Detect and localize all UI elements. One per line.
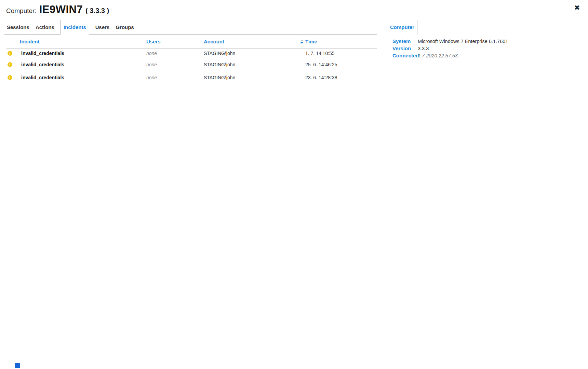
incident-cell[interactable]: invalid_credentials bbox=[21, 75, 64, 80]
detail-label-connected: Connected bbox=[392, 53, 418, 58]
detail-value-connected: 1.7.2020 22:57:53 bbox=[418, 53, 458, 58]
side-panel-details: System Microsoft Windows 7 Enterprise 6.… bbox=[392, 38, 508, 59]
tab-sessions[interactable]: Sessions bbox=[7, 20, 29, 34]
detail-row-version: Version 3.3.3 bbox=[392, 45, 508, 52]
incident-cell[interactable]: invalid_credentials bbox=[21, 62, 64, 67]
tab-actions[interactable]: Actions bbox=[36, 20, 54, 34]
time-cell: 1. 7. 14:10:55 bbox=[305, 51, 335, 56]
tab-incidents[interactable]: Incidents bbox=[61, 20, 89, 35]
account-cell: STAGING\john bbox=[204, 75, 235, 80]
main-tabbar: Sessions Actions Incidents Users Groups bbox=[4, 20, 377, 35]
tab-groups[interactable]: Groups bbox=[116, 20, 134, 34]
detail-value-version: 3.3.3 bbox=[418, 46, 429, 51]
users-cell: none bbox=[146, 62, 157, 67]
close-icon[interactable]: ✖ bbox=[574, 4, 580, 11]
column-header-users[interactable]: Users bbox=[146, 35, 161, 49]
computer-name: IE9WIN7 bbox=[39, 3, 83, 16]
blue-square-indicator bbox=[15, 363, 20, 368]
title-prefix: Computer: bbox=[6, 7, 37, 15]
table-row[interactable]: i invalid_credentials none STAGING\john … bbox=[6, 49, 377, 58]
page-title: Computer: IE9WIN7 ( 3.3.3 ) bbox=[6, 3, 109, 16]
column-header-account[interactable]: Account bbox=[204, 35, 224, 49]
incident-cell[interactable]: invalid_credentials bbox=[21, 51, 64, 56]
sort-desc-arrow bbox=[300, 42, 304, 44]
side-panel-tab-computer[interactable]: Computer bbox=[387, 20, 417, 35]
column-header-time[interactable]: Time bbox=[300, 35, 317, 49]
sort-asc-arrow bbox=[300, 40, 304, 41]
sort-icon bbox=[300, 40, 304, 44]
tab-users[interactable]: Users bbox=[95, 20, 110, 34]
detail-label-version: Version bbox=[392, 45, 418, 51]
info-icon: i bbox=[8, 62, 12, 67]
computer-version: ( 3.3.3 ) bbox=[85, 7, 109, 15]
info-icon: i bbox=[8, 51, 12, 56]
detail-row-system: System Microsoft Windows 7 Enterprise 6.… bbox=[392, 38, 508, 45]
detail-label-system: System bbox=[392, 38, 418, 44]
time-cell: 23. 6. 14:28:38 bbox=[305, 75, 337, 80]
detail-row-connected: Connected 1.7.2020 22:57:53 bbox=[392, 52, 508, 59]
column-header-time-label: Time bbox=[305, 35, 317, 49]
users-cell: none bbox=[146, 51, 157, 56]
incidents-table-header: Incident Users Account Time bbox=[6, 35, 377, 49]
account-cell: STAGING\john bbox=[204, 51, 235, 56]
computer-detail-page: Computer: IE9WIN7 ( 3.3.3 ) ✖ Sessions A… bbox=[0, 0, 588, 369]
time-cell: 25. 6. 14:46:25 bbox=[305, 62, 337, 67]
users-cell: none bbox=[146, 75, 157, 80]
incidents-table-body: i invalid_credentials none STAGING\john … bbox=[6, 49, 377, 84]
account-cell: STAGING\john bbox=[204, 62, 235, 67]
info-icon: i bbox=[8, 75, 12, 80]
detail-value-system: Microsoft Windows 7 Enterprise 6.1.7601 bbox=[418, 39, 508, 44]
table-row[interactable]: i invalid_credentials none STAGING\john … bbox=[6, 58, 377, 71]
column-header-incident[interactable]: Incident bbox=[20, 35, 40, 49]
table-row[interactable]: i invalid_credentials none STAGING\john … bbox=[6, 71, 377, 84]
